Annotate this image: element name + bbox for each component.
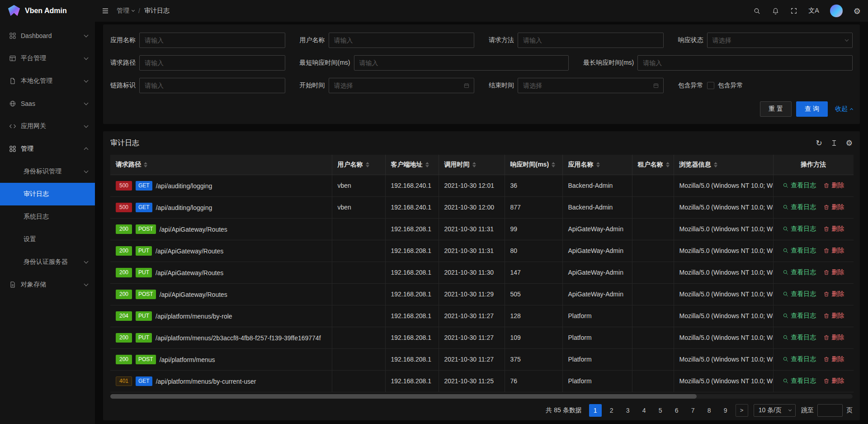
- table-header-row: 请求路径 用户名称 客户端地址 调用时间 响应时间(ms) 应用名称 租户名称 …: [110, 155, 854, 175]
- column-header-path[interactable]: 请求路径: [110, 155, 332, 175]
- column-settings-icon[interactable]: ⚙: [846, 138, 853, 148]
- view-log-button[interactable]: 查看日志: [783, 203, 816, 211]
- chevron-down-icon: [84, 101, 89, 105]
- max-time-input[interactable]: [637, 55, 853, 71]
- sort-icon: [472, 162, 476, 167]
- view-log-button[interactable]: 查看日志: [783, 312, 816, 320]
- page-button-6[interactable]: 6: [670, 404, 683, 417]
- request-path-input[interactable]: [139, 55, 285, 71]
- gear-icon[interactable]: ⚙: [854, 6, 861, 16]
- bell-icon[interactable]: [772, 7, 779, 15]
- sidebar-item-identity[interactable]: 身份标识管理: [0, 160, 95, 183]
- column-header-tenant[interactable]: 租户名称: [632, 155, 674, 175]
- page-size-select[interactable]: 10 条/页: [754, 404, 796, 417]
- status-badge: 500: [116, 181, 132, 191]
- delete-button[interactable]: 删除: [823, 377, 844, 385]
- delete-button[interactable]: 删除: [823, 225, 844, 233]
- search-icon[interactable]: [753, 7, 761, 15]
- column-header-duration[interactable]: 响应时间(ms): [505, 155, 562, 175]
- view-log-button[interactable]: 查看日志: [783, 377, 816, 385]
- sidebar-item-gateway[interactable]: 应用网关: [0, 115, 95, 138]
- delete-button[interactable]: 删除: [823, 355, 844, 363]
- sidebar-item-settings[interactable]: 设置: [0, 228, 95, 251]
- min-time-input[interactable]: [354, 55, 569, 71]
- sidebar-item-object-storage[interactable]: 对象存储: [0, 273, 95, 296]
- sidebar-item-management[interactable]: 管理: [0, 138, 95, 160]
- column-header-time[interactable]: 调用时间: [439, 155, 505, 175]
- view-log-button[interactable]: 查看日志: [783, 355, 816, 363]
- view-log-label: 查看日志: [791, 290, 816, 298]
- delete-button[interactable]: 删除: [823, 290, 844, 298]
- delete-button[interactable]: 删除: [823, 333, 844, 342]
- delete-button[interactable]: 删除: [823, 268, 844, 276]
- delete-button[interactable]: 删除: [823, 247, 844, 255]
- column-label: 响应时间(ms): [510, 161, 549, 169]
- trace-id-input[interactable]: [139, 78, 285, 93]
- logo[interactable]: Vben Admin: [0, 0, 95, 22]
- refresh-icon[interactable]: ↻: [816, 138, 822, 148]
- breadcrumb-separator: /: [138, 7, 140, 14]
- field-label: 请求路径: [110, 59, 136, 67]
- row-height-icon[interactable]: [830, 139, 838, 147]
- view-log-button[interactable]: 查看日志: [783, 225, 816, 233]
- trash-icon: [823, 313, 830, 319]
- view-log-button[interactable]: 查看日志: [783, 247, 816, 255]
- calendar-icon: [463, 82, 470, 89]
- delete-button[interactable]: 删除: [823, 312, 844, 320]
- sidebar-item-dashboard[interactable]: Dashboard: [0, 24, 95, 47]
- view-log-button[interactable]: 查看日志: [783, 181, 816, 190]
- sidebar-item-saas[interactable]: Saas: [0, 92, 95, 115]
- page-button-5[interactable]: 5: [654, 404, 667, 417]
- trash-icon: [823, 291, 830, 297]
- sidebar-item-localization[interactable]: 本地化管理: [0, 70, 95, 92]
- page-button-3[interactable]: 3: [622, 404, 634, 417]
- user-cell: [332, 218, 385, 240]
- page-button-2[interactable]: 2: [605, 404, 618, 417]
- column-header-client[interactable]: 客户端地址: [385, 155, 439, 175]
- view-log-button[interactable]: 查看日志: [783, 333, 816, 342]
- delete-button[interactable]: 删除: [823, 203, 844, 211]
- app-name-input[interactable]: [139, 33, 285, 48]
- page-button-4[interactable]: 4: [638, 404, 651, 417]
- app-cell: Backend-Admin: [562, 196, 632, 218]
- page-button-7[interactable]: 7: [687, 404, 699, 417]
- browser-cell: Mozilla/5.0 (Windows NT 10.0; Win...: [674, 175, 773, 196]
- jump-page-input[interactable]: [817, 404, 843, 417]
- column-header-user[interactable]: 用户名称: [332, 155, 385, 175]
- fullscreen-icon[interactable]: [790, 7, 797, 14]
- next-page-button[interactable]: >: [736, 404, 748, 417]
- exception-checkbox[interactable]: [707, 82, 714, 89]
- request-path: /api/platform/menus/by-current-user: [156, 377, 256, 385]
- reset-button[interactable]: 重 置: [760, 101, 792, 117]
- page-button-8[interactable]: 8: [703, 404, 716, 417]
- column-header-browser[interactable]: 浏览器信息: [674, 155, 773, 175]
- column-header-app[interactable]: 应用名称: [562, 155, 632, 175]
- checkbox-label: 包含异常: [718, 81, 743, 90]
- sidebar-item-audit-log[interactable]: 审计日志: [0, 183, 95, 205]
- breadcrumb-menu[interactable]: 管理: [117, 7, 134, 15]
- horizontal-scrollbar[interactable]: [110, 394, 853, 399]
- http-status-select[interactable]: [707, 33, 853, 48]
- path-cell: 200PUT/api/platform/menus/2b3accf8-4fb8-…: [110, 327, 332, 348]
- delete-button[interactable]: 删除: [823, 181, 844, 190]
- user-name-input[interactable]: [329, 33, 475, 48]
- query-button[interactable]: 查 询: [796, 101, 828, 117]
- delete-label: 删除: [831, 355, 844, 363]
- collapse-link[interactable]: 收起: [835, 105, 853, 113]
- view-log-button[interactable]: 查看日志: [783, 268, 816, 276]
- view-log-button[interactable]: 查看日志: [783, 290, 816, 298]
- avatar[interactable]: [830, 5, 843, 17]
- scrollbar-thumb[interactable]: [110, 394, 697, 399]
- sidebar-item-system-log[interactable]: 系统日志: [0, 205, 95, 228]
- time-cell: 2021-10-30 11:29: [439, 283, 505, 305]
- page-button-9[interactable]: 9: [719, 404, 732, 417]
- sidebar-item-auth-server[interactable]: 身份认证服务器: [0, 251, 95, 273]
- duration-cell: 147: [505, 262, 562, 283]
- http-method-input[interactable]: [518, 33, 664, 48]
- translate-icon[interactable]: 文A: [808, 7, 819, 15]
- page-button-1[interactable]: 1: [589, 404, 602, 417]
- end-time-picker[interactable]: [518, 78, 664, 93]
- start-time-picker[interactable]: [329, 78, 475, 93]
- sidebar-collapse-button[interactable]: [101, 7, 109, 15]
- sidebar-item-platform[interactable]: 平台管理: [0, 47, 95, 70]
